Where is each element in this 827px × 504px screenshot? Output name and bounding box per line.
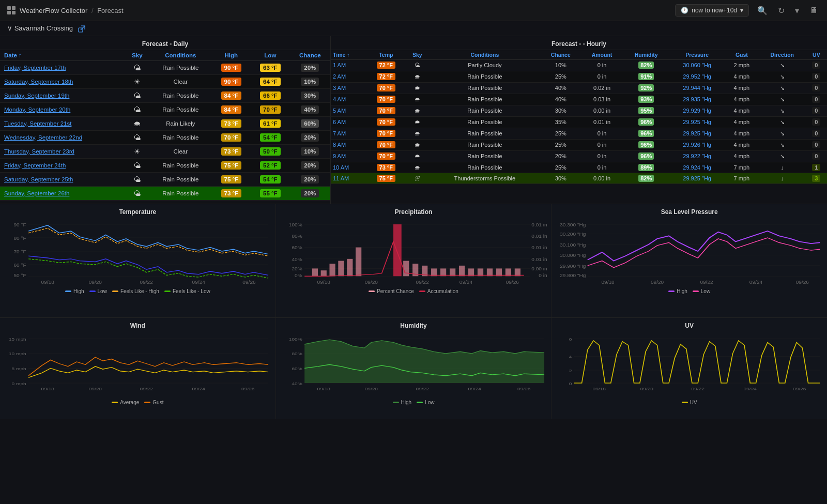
uv-chart-title: UV [556, 322, 823, 329]
svg-rect-41 [320, 270, 326, 276]
svg-text:60%: 60% [292, 366, 302, 371]
date-link[interactable]: Monday, September 20th [4, 106, 70, 113]
wind-legend: Average Gust [4, 400, 271, 405]
svg-text:09/18: 09/18 [593, 387, 606, 391]
date-link[interactable]: Wednesday, September 22nd [4, 134, 82, 141]
svg-text:09/20: 09/20 [89, 280, 102, 284]
svg-text:09/22: 09/22 [416, 387, 428, 391]
svg-text:40%: 40% [292, 381, 302, 386]
sky-cell: 🌧 [125, 116, 150, 130]
wind-chart-title: Wind [4, 322, 271, 329]
svg-text:80 °F: 80 °F [13, 236, 26, 240]
conditions-cell: Rain Possible [149, 186, 211, 200]
precipitation-chart-panel: Precipitation 100% 80% 60% 40% 20% 0% 0.… [276, 204, 552, 317]
date-link[interactable]: Tuesday, September 21st [4, 120, 71, 127]
precipitation-chart-title: Precipitation [280, 208, 547, 216]
svg-rect-46 [393, 224, 402, 276]
temperature-chart-panel: Temperature 90 °F 80 °F 70 °F 60 °F 50 °… [0, 204, 276, 317]
svg-text:30.200 "Hg: 30.200 "Hg [560, 232, 586, 237]
date-link[interactable]: Saturday, September 25th [4, 176, 73, 182]
svg-text:29.900 "Hg: 29.900 "Hg [560, 264, 586, 268]
svg-text:30.100 "Hg: 30.100 "Hg [560, 242, 586, 247]
h-col-gust: Gust [725, 50, 759, 60]
svg-text:30.000 "Hg: 30.000 "Hg [560, 253, 586, 257]
date-link[interactable]: Saturday, September 18th [4, 79, 73, 85]
col-low: Low [251, 50, 290, 61]
svg-text:40%: 40% [292, 257, 302, 262]
svg-text:0.01 in: 0.01 in [531, 234, 547, 238]
time-cell: 2 AM [331, 71, 366, 82]
charts-top-row: Temperature 90 °F 80 °F 70 °F 60 °F 50 °… [0, 204, 827, 318]
app-logo [7, 6, 16, 14]
svg-text:09/22: 09/22 [140, 280, 153, 284]
refresh-button[interactable]: ↻ [776, 5, 787, 17]
pressure-chart-title: Sea Level Pressure [556, 208, 823, 216]
svg-text:09/18: 09/18 [317, 387, 330, 391]
svg-text:60 °F: 60 °F [13, 263, 26, 267]
svg-text:09/26: 09/26 [796, 280, 809, 284]
svg-text:09/24: 09/24 [459, 280, 472, 284]
dropdown-icon: ▾ [740, 7, 743, 14]
svg-text:09/24: 09/24 [192, 387, 205, 391]
svg-text:09/26: 09/26 [506, 280, 518, 284]
time-range-label: now to now+10d [692, 7, 737, 14]
hourly-title-text: Forecast - - Hourly [552, 40, 606, 48]
zoom-button[interactable]: 🔍 [755, 5, 770, 17]
precipitation-legend: Percent Chance Accumulation [280, 288, 547, 294]
page-name: Forecast [97, 7, 124, 14]
daily-table-row: Saturday, September 25th 🌤 Rain Possible… [0, 172, 330, 186]
location-caret[interactable]: ∨ [7, 24, 14, 32]
svg-text:09/20: 09/20 [364, 387, 377, 391]
date-link[interactable]: Friday, September 17th [4, 65, 66, 71]
h-col-temp: Temp [366, 50, 406, 60]
svg-text:0: 0 [569, 381, 572, 386]
svg-rect-42 [329, 264, 335, 276]
temperature-legend: High Low Feels Like - High Feels Like - … [4, 288, 271, 294]
svg-text:4: 4 [569, 354, 572, 359]
monitor-button[interactable]: 🖥 [807, 5, 820, 16]
daily-table-row: Sunday, September 19th 🌤 Rain Possible 8… [0, 88, 330, 102]
svg-rect-40 [312, 268, 317, 276]
h-col-conditions: Conditions [429, 50, 541, 60]
time-cell: 9 AM [331, 150, 366, 162]
date-link[interactable]: Sunday, September 19th [4, 93, 69, 99]
hourly-table-row: 11 AM 75 °F ⛈ Thunderstorms Possible 30%… [331, 173, 827, 184]
time-cell: 1 AM [331, 59, 366, 71]
daily-table-row: Thursday, September 23rd ☀ Clear 73 °F 5… [0, 144, 330, 158]
hourly-table-row: 7 AM 70 °F 🌧 Rain Possible 25% 0 in 96% … [331, 128, 827, 139]
date-link[interactable]: Thursday, September 23rd [4, 148, 74, 155]
svg-text:09/26: 09/26 [242, 280, 255, 284]
svg-text:09/24: 09/24 [744, 387, 757, 391]
svg-marker-103 [304, 340, 544, 383]
hourly-panel-title: Forecast - - Hourly [331, 36, 827, 50]
svg-text:2: 2 [569, 368, 572, 373]
charts-bottom-row: Wind 15 mph 10 mph 5 mph 0 mph 09/18 09/… [0, 318, 827, 419]
hourly-forecast-table: Time ↑ Temp Sky Conditions Chance Amount… [331, 50, 827, 184]
svg-text:09/22: 09/22 [416, 280, 428, 284]
uv-chart-panel: UV 6 4 2 0 09/18 09/20 09/22 09/24 09/26… [552, 318, 827, 419]
more-dropdown-button[interactable]: ▾ [793, 5, 801, 17]
sky-cell: 🌤 [125, 158, 150, 172]
conditions-cell: Rain Possible [149, 60, 211, 74]
sky-cell: 🌤 [125, 102, 150, 116]
sky-cell: 🌤 [125, 130, 150, 144]
location-bar: ∨ Savannah Crossing [0, 21, 827, 36]
h-col-direction: Direction [759, 50, 806, 60]
time-cell: 11 AM [331, 173, 366, 184]
svg-text:5 mph: 5 mph [12, 366, 26, 371]
header-right: 🕐 now to now+10d ▾ 🔍 ↻ ▾ 🖥 [675, 4, 820, 17]
uv-legend: UV [556, 400, 823, 405]
time-range-button[interactable]: 🕐 now to now+10d ▾ [675, 4, 749, 17]
svg-text:0.00 in: 0.00 in [531, 266, 547, 271]
conditions-cell: Clear [149, 144, 211, 158]
svg-text:0%: 0% [295, 273, 302, 278]
col-date[interactable]: Date ↑ [0, 50, 125, 61]
date-link[interactable]: Sunday, September 26th [4, 190, 69, 196]
svg-text:90 °F: 90 °F [13, 222, 26, 227]
svg-text:09/22: 09/22 [700, 280, 713, 284]
svg-text:09/18: 09/18 [317, 280, 330, 284]
svg-text:09/22: 09/22 [140, 387, 153, 391]
h-col-time[interactable]: Time ↑ [331, 50, 366, 60]
svg-text:09/24: 09/24 [468, 387, 481, 391]
date-link[interactable]: Friday, September 24th [4, 162, 66, 169]
